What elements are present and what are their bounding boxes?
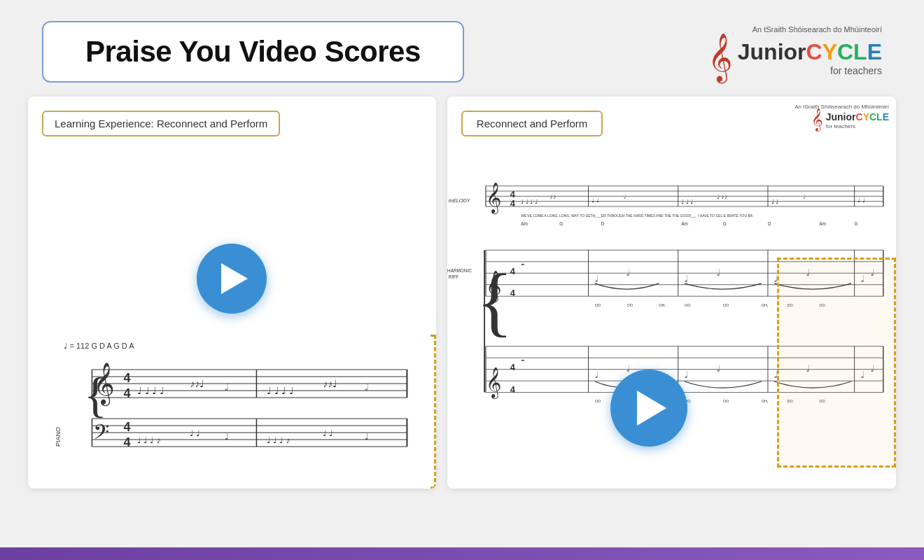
svg-text:HARMONIC: HARMONIC: [447, 268, 472, 273]
svg-text:♩ ♩ ♩ ♩: ♩ ♩ ♩ ♩: [137, 386, 164, 396]
svg-text:♩ ♩ ♩ ♪: ♩ ♩ ♩ ♪: [267, 435, 290, 445]
cycle-e: E: [867, 39, 882, 64]
svg-text:OO: OO: [595, 303, 601, 307]
svg-text:♩ ♩ ♩ ♪: ♩ ♩ ♩ ♪: [137, 435, 160, 445]
svg-text:𝄼: 𝄼: [521, 359, 525, 361]
svg-text:♩ ♩ ♩: ♩ ♩ ♩: [681, 198, 693, 205]
svg-text:𝄢: 𝄢: [93, 421, 109, 449]
svg-text:𝅗𝅥: 𝅗𝅥: [717, 365, 720, 372]
svg-text:D: D: [601, 221, 605, 226]
logo-area: An tSraith Shóisearach do Mhúinteoirí 𝄞 …: [708, 25, 882, 78]
svg-text:G: G: [854, 221, 858, 226]
small-logo-tagline: An tSraith Shóisearach do Mhúinteoirí: [794, 104, 889, 110]
svg-text:♩ ♩ ♩ ♩: ♩ ♩ ♩ ♩: [521, 198, 538, 205]
title-box: Praise You Video Scores: [42, 21, 464, 83]
svg-text:♩ ♩: ♩ ♩: [771, 198, 778, 205]
svg-text:𝅗𝅥: 𝅗𝅥: [803, 194, 805, 200]
svg-text:𝅗𝅥: 𝅗𝅥: [717, 269, 720, 276]
svg-text:OO: OO: [685, 303, 691, 307]
svg-text:PIANO: PIANO: [55, 427, 62, 447]
cycle-c: C: [806, 39, 822, 64]
svg-text:OO: OO: [595, 399, 601, 403]
svg-text:♪♪♩: ♪♪♩: [323, 379, 337, 389]
svg-text:OH,: OH,: [762, 303, 769, 307]
svg-text:4: 4: [510, 384, 516, 395]
svg-text:♩ ♪♪: ♩ ♪♪: [717, 193, 728, 200]
play-icon-right: [637, 391, 666, 426]
svg-text:4: 4: [123, 435, 130, 449]
svg-text:𝅗𝅥: 𝅗𝅥: [626, 269, 629, 276]
svg-text:𝅗𝅥: 𝅗𝅥: [624, 194, 626, 200]
svg-text:OO: OO: [723, 303, 729, 307]
svg-text:Am: Am: [521, 221, 528, 226]
for-teachers-text: for teachers: [738, 65, 882, 76]
left-panel-label: Learning Experience: Reconnect and Perfo…: [42, 111, 280, 136]
svg-text:4: 4: [123, 420, 130, 434]
svg-text:𝅗𝅥: 𝅗𝅥: [595, 275, 598, 283]
left-music-sheet: ♩ = 112 G D A G D A 𝄞 4 4: [28, 335, 436, 475]
header: Praise You Video Scores An tSraith Shóis…: [0, 0, 924, 97]
svg-text:WE'VE COME A LONG, LONG, WAY T: WE'VE COME A LONG, LONG, WAY TO GETH___E…: [521, 214, 753, 218]
svg-text:{: {: [476, 258, 513, 344]
svg-text:♩: ♩: [365, 432, 369, 442]
svg-text:mELODY: mELODY: [449, 197, 471, 204]
cycle-y: Y: [822, 39, 837, 64]
main-content: Learning Experience: Reconnect and Perfo…: [28, 97, 896, 489]
left-play-button[interactable]: [197, 244, 267, 314]
small-for-teachers: for teachers: [826, 123, 889, 130]
svg-text:4: 4: [510, 362, 516, 372]
right-panel: An tSraith Shóisearach do Mhúinteoirí 𝄞 …: [447, 97, 896, 489]
junior-cycle-logo: 𝄞 JuniorCYCLE for teachers: [708, 36, 882, 78]
svg-text:𝅗𝅥: 𝅗𝅥: [595, 371, 598, 379]
svg-text:𝅗𝅥: 𝅗𝅥: [225, 383, 228, 391]
svg-text:𝄞: 𝄞: [486, 367, 501, 400]
svg-text:RIFF: RIFF: [449, 274, 458, 279]
svg-text:{: {: [83, 368, 107, 422]
logo-tagline: An tSraith Shóisearach do Mhúinteoirí: [752, 25, 882, 34]
svg-text:𝄼: 𝄼: [521, 263, 525, 265]
bottom-bar: [0, 547, 924, 560]
logo-text: JuniorCYCLE: [738, 39, 882, 65]
svg-text:4: 4: [510, 198, 516, 209]
svg-text:♩ ♩: ♩ ♩: [323, 428, 333, 438]
small-logo-main: 𝄞 JuniorCYCLE for teachers: [811, 110, 889, 130]
svg-text:♩ ♩: ♩ ♩: [858, 197, 865, 204]
small-logo: An tSraith Shóisearach do Mhúinteoirí 𝄞 …: [794, 104, 889, 130]
page-title: Praise You Video Scores: [85, 35, 421, 68]
svg-text:G: G: [723, 221, 727, 226]
right-panel-label: Reconnect and Perform: [461, 111, 603, 136]
svg-text:♩ = 112  G    D    A          : ♩ = 112 G D A G D A: [64, 342, 134, 350]
svg-text:𝄞: 𝄞: [486, 182, 501, 215]
svg-text:4: 4: [123, 371, 130, 385]
cycle-cl: CL: [837, 39, 867, 64]
svg-text:♪♪: ♪♪: [550, 193, 556, 200]
svg-text:𝅗𝅥: 𝅗𝅥: [365, 383, 368, 391]
svg-text:♪♪♩: ♪♪♩: [190, 379, 204, 389]
svg-text:Am: Am: [819, 221, 826, 226]
yellow-dashed-highlight: [777, 258, 896, 468]
right-play-button[interactable]: [610, 370, 687, 447]
svg-text:♩ ♩ ♩ ♩: ♩ ♩ ♩ ♩: [267, 386, 294, 396]
svg-text:♩ ♩: ♩ ♩: [592, 197, 599, 204]
svg-text:Am: Am: [681, 221, 688, 226]
svg-text:OH,: OH,: [659, 303, 666, 307]
svg-text:4: 4: [123, 386, 130, 400]
svg-text:OO: OO: [723, 399, 729, 403]
small-treble-clef-icon: 𝄞: [811, 110, 823, 130]
svg-text:𝅗𝅥: 𝅗𝅥: [626, 365, 629, 372]
junior-text: Junior: [738, 39, 806, 64]
left-panel-dashed-edge: [430, 335, 436, 489]
svg-text:𝅗𝅥: 𝅗𝅥: [685, 275, 687, 283]
left-music-svg: ♩ = 112 G D A G D A 𝄞 4 4: [28, 335, 436, 475]
play-icon-left: [221, 263, 248, 294]
left-panel: Learning Experience: Reconnect and Perfo…: [28, 97, 436, 489]
svg-text:♩ ♩: ♩ ♩: [190, 428, 200, 438]
svg-text:𝅗𝅥: 𝅗𝅥: [685, 371, 687, 379]
small-junior: Junior: [826, 111, 856, 122]
svg-text:D: D: [768, 221, 771, 226]
svg-text:G: G: [559, 221, 563, 226]
svg-text:♩: ♩: [225, 432, 229, 442]
treble-clef-icon: 𝄞: [708, 36, 732, 78]
svg-text:OH,: OH,: [762, 399, 769, 403]
svg-text:OO: OO: [626, 303, 633, 307]
